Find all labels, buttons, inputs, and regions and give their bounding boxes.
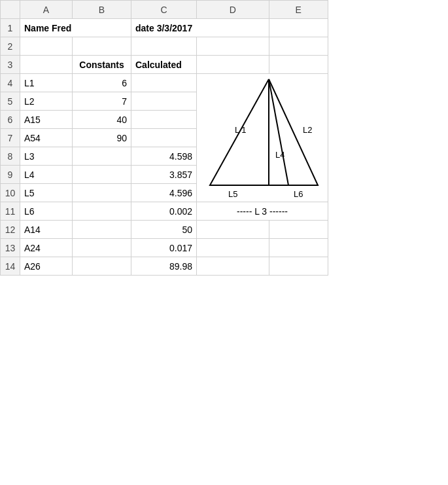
row-num-11: 11 (1, 202, 20, 221)
row-num-3: 3 (1, 56, 20, 74)
cell-b14 (73, 257, 131, 276)
cell-b2 (73, 37, 131, 56)
cell-a11: L6 (20, 202, 73, 221)
cell-a5: L2 (20, 92, 73, 111)
cell-c7 (131, 129, 197, 147)
cell-c5 (131, 92, 197, 111)
cell-a12: A14 (20, 221, 73, 239)
row-num-7: 7 (1, 129, 20, 147)
cell-d12 (197, 221, 269, 239)
cell-c1[interactable]: date 3/3/2017 (131, 19, 269, 37)
cell-d2 (197, 37, 269, 56)
row-14: 14 A26 89.98 (1, 257, 328, 276)
cell-d13 (197, 239, 269, 257)
cell-c6 (131, 111, 197, 129)
row-1: 1 Name Fred date 3/3/2017 (1, 19, 328, 37)
cell-a14: A26 (20, 257, 73, 276)
col-e-header: E (269, 1, 328, 19)
l4-label: L4 (275, 150, 284, 160)
cell-c2 (131, 37, 197, 56)
cell-a4: L1 (20, 74, 73, 92)
row-11: 11 L6 0.002 ----- L 3 ------ (1, 202, 328, 221)
row-num-8: 8 (1, 147, 20, 166)
row-4: 4 L1 6 L 1 L2 (1, 74, 328, 92)
diagram-cell: L 1 L2 L4 L5 L6 (197, 74, 328, 202)
svg-line-1 (269, 79, 288, 185)
cell-d11: ----- L 3 ------ (197, 202, 328, 221)
cell-c11: 0.002 (131, 202, 197, 221)
cell-e13 (269, 239, 328, 257)
cell-a10: L5 (20, 184, 73, 202)
cell-b11 (73, 202, 131, 221)
cell-b8 (73, 147, 131, 166)
col-c-header: C (131, 1, 197, 19)
cell-b12 (73, 221, 131, 239)
corner-header (1, 1, 20, 19)
col-d-header: D (197, 1, 269, 19)
cell-b13 (73, 239, 131, 257)
col-b-header: B (73, 1, 131, 19)
cell-c8: 4.598 (131, 147, 197, 166)
row-3: 3 Constants Calculated (1, 56, 328, 74)
cell-b4: 6 (73, 74, 131, 92)
cell-a2 (20, 37, 73, 56)
cell-a7: A54 (20, 129, 73, 147)
cell-c10: 4.596 (131, 184, 197, 202)
cell-c3: Calculated (131, 56, 197, 74)
row-num-6: 6 (1, 111, 20, 129)
cell-e1 (269, 19, 328, 37)
cell-e14 (269, 257, 328, 276)
cell-e2 (269, 37, 328, 56)
row-num-12: 12 (1, 221, 20, 239)
row-12: 12 A14 50 (1, 221, 328, 239)
row-num-9: 9 (1, 166, 20, 184)
row-num-2: 2 (1, 37, 20, 56)
cell-a13: A24 (20, 239, 73, 257)
cell-b3: Constants (73, 56, 131, 74)
row-num-14: 14 (1, 257, 20, 276)
cell-c13: 0.017 (131, 239, 197, 257)
spreadsheet-table: A B C D E 1 Name Fred date 3/3/2017 2 3 (0, 0, 328, 276)
cell-b6: 40 (73, 111, 131, 129)
cell-b10 (73, 184, 131, 202)
cell-b9 (73, 166, 131, 184)
cell-c12: 50 (131, 221, 197, 239)
cell-e12 (269, 221, 328, 239)
l2-label: L2 (303, 125, 312, 135)
cell-a6: A15 (20, 111, 73, 129)
cell-a8: L3 (20, 147, 73, 166)
row-num-10: 10 (1, 184, 20, 202)
row-num-1: 1 (1, 19, 20, 37)
cell-d14 (197, 257, 269, 276)
cell-c4 (131, 74, 197, 92)
cell-c14: 89.98 (131, 257, 197, 276)
cell-b7: 90 (73, 129, 131, 147)
col-a-header: A (20, 1, 73, 19)
cell-b5: 7 (73, 92, 131, 111)
row-num-5: 5 (1, 92, 20, 111)
cell-c9: 3.857 (131, 166, 197, 184)
cell-a9: L4 (20, 166, 73, 184)
l5-label: L5 (228, 189, 237, 199)
cell-a1[interactable]: Name Fred (20, 19, 131, 37)
cell-a3 (20, 56, 73, 74)
l1-label: L 1 (235, 125, 247, 135)
triangle-diagram: L 1 L2 L4 L5 L6 (197, 74, 328, 202)
row-13: 13 A24 0.017 (1, 239, 328, 257)
l6-label: L6 (294, 189, 303, 199)
cell-d3 (197, 56, 269, 74)
row-num-13: 13 (1, 239, 20, 257)
row-2: 2 (1, 37, 328, 56)
row-num-4: 4 (1, 74, 20, 92)
cell-e3 (269, 56, 328, 74)
